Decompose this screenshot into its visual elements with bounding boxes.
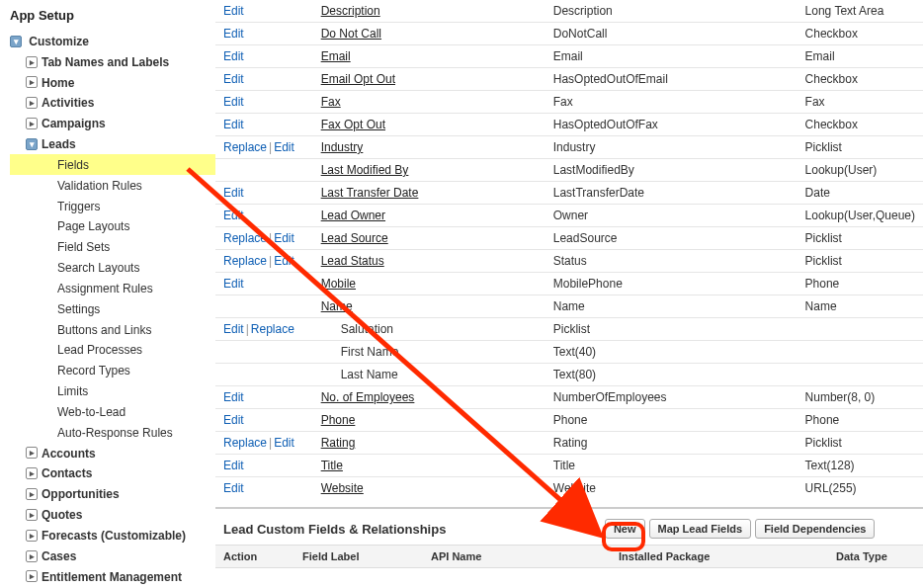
field-label-link[interactable]: Lead Owner bbox=[321, 209, 385, 222]
field-label-link[interactable]: Lead Source bbox=[321, 231, 388, 245]
nav-leads-triggers[interactable]: Triggers bbox=[10, 196, 215, 216]
replace-link[interactable]: Replace bbox=[223, 436, 267, 450]
edit-link[interactable]: Edit bbox=[223, 209, 244, 222]
row-action-cell bbox=[215, 341, 313, 364]
replace-link[interactable]: Replace bbox=[223, 254, 267, 268]
field-label-link[interactable]: Email Opt Out bbox=[321, 72, 395, 86]
nav-forecasts[interactable]: ▸Forecasts (Customizable) bbox=[10, 525, 215, 546]
field-label-link[interactable]: No. of Employees bbox=[321, 390, 415, 404]
replace-link[interactable]: Replace bbox=[223, 140, 267, 154]
nav-home[interactable]: ▸Home bbox=[10, 72, 215, 93]
edit-link[interactable]: Edit bbox=[223, 27, 244, 41]
expand-icon[interactable]: ▸ bbox=[26, 76, 38, 88]
edit-link[interactable]: Edit bbox=[223, 72, 244, 86]
field-label-link[interactable]: Last Transfer Date bbox=[321, 186, 419, 200]
expand-icon[interactable]: ▸ bbox=[26, 530, 38, 542]
expand-icon[interactable]: ▸ bbox=[26, 447, 38, 459]
edit-link[interactable]: Edit bbox=[223, 481, 244, 495]
collapse-icon[interactable]: ▾ bbox=[10, 36, 22, 47]
row-api-cell: HasOptedOutOfFax bbox=[545, 114, 797, 136]
nav-activities[interactable]: ▸Activities bbox=[10, 92, 215, 113]
collapse-icon[interactable]: ▾ bbox=[26, 138, 38, 150]
expand-icon[interactable]: ▸ bbox=[26, 488, 38, 500]
map-lead-fields-button[interactable]: Map Lead Fields bbox=[649, 519, 752, 539]
nav-quotes[interactable]: ▸Quotes bbox=[10, 504, 215, 525]
edit-link[interactable]: Edit bbox=[223, 322, 244, 336]
expand-icon[interactable]: ▸ bbox=[26, 467, 38, 479]
nav-leads-processes[interactable]: Lead Processes bbox=[10, 339, 215, 360]
edit-link[interactable]: Edit bbox=[223, 118, 244, 131]
field-label-link[interactable]: Description bbox=[321, 4, 380, 18]
nav-contacts[interactable]: ▸Contacts bbox=[10, 462, 215, 483]
row-action-cell: Edit bbox=[215, 386, 313, 409]
nav-leads-web-to-lead[interactable]: Web-to-Lead bbox=[10, 401, 215, 422]
expand-icon[interactable]: ▸ bbox=[26, 570, 38, 582]
field-label-link[interactable]: Title bbox=[321, 459, 343, 472]
expand-icon[interactable]: ▸ bbox=[26, 550, 38, 562]
edit-link[interactable]: Edit bbox=[274, 140, 294, 154]
table-row: EditMobileMobilePhonePhone bbox=[215, 273, 923, 295]
row-action-cell: Edit bbox=[215, 45, 313, 68]
col-installed-package: Installed Package bbox=[611, 546, 828, 568]
nav-leads-assignment-rules[interactable]: Assignment Rules bbox=[10, 278, 215, 298]
nav-leads[interactable]: ▾Leads bbox=[10, 133, 215, 154]
table-row: EditTitleTitleText(128) bbox=[215, 455, 923, 477]
nav-accounts[interactable]: ▸Accounts bbox=[10, 443, 215, 463]
field-label-link[interactable]: Last Modified By bbox=[321, 163, 409, 177]
field-label-link[interactable]: Website bbox=[321, 481, 364, 495]
expand-icon[interactable]: ▸ bbox=[26, 118, 38, 129]
edit-link[interactable]: Edit bbox=[223, 413, 244, 427]
expand-icon[interactable]: ▸ bbox=[26, 97, 38, 109]
row-label-cell: Lead Source bbox=[313, 227, 545, 250]
nav-tab-names[interactable]: ▸Tab Names and Labels bbox=[10, 51, 215, 72]
field-label-link[interactable]: Mobile bbox=[321, 277, 356, 291]
nav-leads-limits[interactable]: Limits bbox=[10, 380, 215, 401]
nav-leads-auto-response[interactable]: Auto-Response Rules bbox=[10, 422, 215, 443]
replace-link[interactable]: Replace bbox=[223, 231, 267, 245]
edit-link[interactable]: Edit bbox=[223, 459, 244, 472]
expand-icon[interactable]: ▸ bbox=[26, 509, 38, 521]
nav-customize[interactable]: ▾ Customize bbox=[10, 31, 215, 51]
table-row: EditEmailEmailEmail bbox=[215, 45, 923, 68]
nav-campaigns[interactable]: ▸Campaigns bbox=[10, 113, 215, 133]
row-type-cell: Lookup(User) bbox=[797, 159, 923, 182]
nav-leads-settings[interactable]: Settings bbox=[10, 298, 215, 319]
field-label-link[interactable]: Do Not Call bbox=[321, 27, 381, 41]
nav-cases[interactable]: ▸Cases bbox=[10, 546, 215, 566]
field-label-link[interactable]: Phone bbox=[321, 413, 356, 427]
edit-link[interactable]: Edit bbox=[274, 254, 294, 268]
field-label: Salutation bbox=[321, 322, 393, 336]
field-label-link[interactable]: Lead Status bbox=[321, 254, 384, 268]
nav-leads-record-types[interactable]: Record Types bbox=[10, 360, 215, 380]
nav-leads-fields[interactable]: Fields bbox=[10, 154, 215, 175]
field-dependencies-button[interactable]: Field Dependencies bbox=[755, 519, 875, 539]
table-row: EditFax Opt OutHasOptedOutOfFaxCheckbox bbox=[215, 114, 923, 136]
nav-leads-validation[interactable]: Validation Rules bbox=[10, 175, 215, 196]
replace-link[interactable]: Replace bbox=[251, 322, 294, 336]
edit-link[interactable]: Edit bbox=[274, 231, 294, 245]
edit-link[interactable]: Edit bbox=[223, 186, 244, 200]
field-label-link[interactable]: Rating bbox=[321, 436, 356, 450]
edit-link[interactable]: Edit bbox=[223, 49, 244, 63]
main-content: EditDescriptionDescriptionLong Text Area… bbox=[215, 0, 923, 586]
nav-leads-field-sets[interactable]: Field Sets bbox=[10, 236, 215, 257]
row-action-cell: Edit|Replace bbox=[215, 318, 313, 341]
nav-leads-page-layouts[interactable]: Page Layouts bbox=[10, 215, 215, 236]
edit-link[interactable]: Edit bbox=[223, 390, 244, 404]
field-label-link[interactable]: Fax Opt Out bbox=[321, 118, 385, 131]
field-label-link[interactable]: Email bbox=[321, 49, 351, 63]
edit-link[interactable]: Edit bbox=[274, 436, 294, 450]
field-label-link[interactable]: Industry bbox=[321, 140, 364, 154]
edit-link[interactable]: Edit bbox=[223, 4, 244, 18]
edit-link[interactable]: Edit bbox=[223, 95, 244, 109]
nav-entitlement[interactable]: ▸Entitlement Management bbox=[10, 566, 215, 587]
new-button[interactable]: New bbox=[605, 519, 645, 539]
field-label-link[interactable]: Name bbox=[321, 299, 353, 313]
nav-opportunities[interactable]: ▸Opportunities bbox=[10, 483, 215, 504]
expand-icon[interactable]: ▸ bbox=[26, 56, 38, 68]
row-label-cell: Lead Owner bbox=[313, 205, 545, 227]
edit-link[interactable]: Edit bbox=[223, 277, 244, 291]
nav-leads-buttons-links[interactable]: Buttons and Links bbox=[10, 319, 215, 340]
nav-leads-search-layouts[interactable]: Search Layouts bbox=[10, 257, 215, 278]
field-label-link[interactable]: Fax bbox=[321, 95, 341, 109]
